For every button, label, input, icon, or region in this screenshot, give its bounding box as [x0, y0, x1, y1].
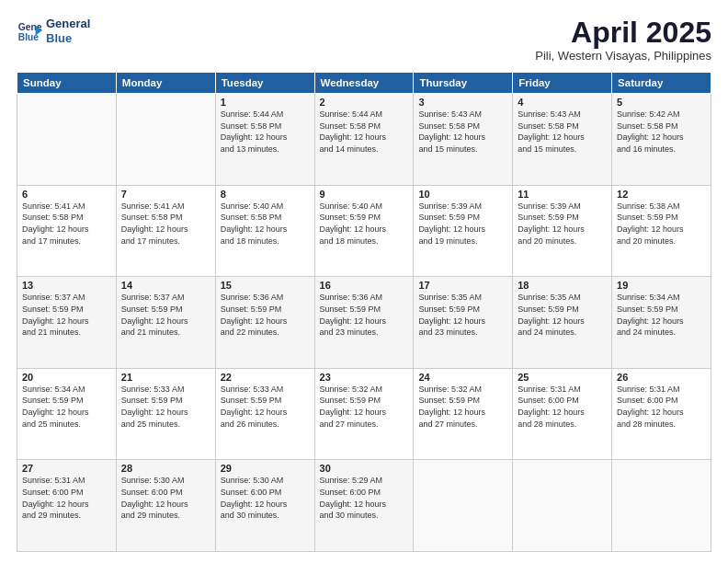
calendar-day-cell: 12Sunrise: 5:38 AM Sunset: 5:59 PM Dayli…	[612, 185, 711, 277]
day-number: 20	[22, 372, 111, 383]
weekday-header: Sunday	[17, 73, 117, 94]
day-number: 4	[518, 97, 607, 108]
day-info: Sunrise: 5:34 AM Sunset: 5:59 PM Dayligh…	[22, 384, 111, 430]
day-info: Sunrise: 5:30 AM Sunset: 6:00 PM Dayligh…	[221, 475, 310, 521]
calendar-day-cell: 10Sunrise: 5:39 AM Sunset: 5:59 PM Dayli…	[414, 185, 513, 277]
calendar-day-cell: 11Sunrise: 5:39 AM Sunset: 5:59 PM Dayli…	[513, 185, 612, 277]
day-info: Sunrise: 5:40 AM Sunset: 5:59 PM Dayligh…	[320, 201, 409, 247]
weekday-header: Friday	[513, 73, 612, 94]
calendar-day-cell: 5Sunrise: 5:42 AM Sunset: 5:58 PM Daylig…	[612, 94, 711, 186]
day-number: 9	[320, 189, 409, 200]
calendar-day-cell: 28Sunrise: 5:30 AM Sunset: 6:00 PM Dayli…	[116, 460, 215, 552]
calendar-day-cell	[513, 460, 612, 552]
day-info: Sunrise: 5:44 AM Sunset: 5:58 PM Dayligh…	[320, 109, 409, 155]
calendar-table: SundayMondayTuesdayWednesdayThursdayFrid…	[17, 72, 711, 552]
calendar-day-cell: 9Sunrise: 5:40 AM Sunset: 5:59 PM Daylig…	[314, 185, 414, 277]
calendar-day-cell: 21Sunrise: 5:33 AM Sunset: 5:59 PM Dayli…	[116, 368, 215, 460]
day-info: Sunrise: 5:31 AM Sunset: 6:00 PM Dayligh…	[518, 384, 607, 430]
weekday-header: Saturday	[612, 73, 711, 94]
day-number: 5	[617, 97, 706, 108]
day-number: 2	[320, 97, 409, 108]
calendar-week-row: 27Sunrise: 5:31 AM Sunset: 6:00 PM Dayli…	[17, 460, 711, 552]
day-info: Sunrise: 5:43 AM Sunset: 5:58 PM Dayligh…	[418, 109, 507, 155]
calendar-day-cell: 13Sunrise: 5:37 AM Sunset: 5:59 PM Dayli…	[17, 277, 117, 369]
calendar-week-row: 6Sunrise: 5:41 AM Sunset: 5:58 PM Daylig…	[17, 185, 711, 277]
day-number: 29	[221, 463, 310, 474]
day-number: 23	[320, 372, 409, 383]
calendar-page: General Blue General Blue April 2025 Pil…	[0, 0, 728, 563]
calendar-day-cell: 2Sunrise: 5:44 AM Sunset: 5:58 PM Daylig…	[314, 94, 414, 186]
calendar-body: 1Sunrise: 5:44 AM Sunset: 5:58 PM Daylig…	[17, 94, 711, 552]
calendar-day-cell: 1Sunrise: 5:44 AM Sunset: 5:58 PM Daylig…	[215, 94, 314, 186]
day-number: 13	[22, 280, 111, 291]
day-number: 8	[221, 189, 310, 200]
day-number: 30	[320, 463, 409, 474]
day-number: 15	[221, 280, 310, 291]
header: General Blue General Blue April 2025 Pil…	[17, 17, 711, 63]
calendar-day-cell: 24Sunrise: 5:32 AM Sunset: 5:59 PM Dayli…	[414, 368, 513, 460]
calendar-day-cell: 15Sunrise: 5:36 AM Sunset: 5:59 PM Dayli…	[215, 277, 314, 369]
day-info: Sunrise: 5:36 AM Sunset: 5:59 PM Dayligh…	[221, 292, 310, 338]
day-info: Sunrise: 5:35 AM Sunset: 5:59 PM Dayligh…	[418, 292, 507, 338]
calendar-week-row: 13Sunrise: 5:37 AM Sunset: 5:59 PM Dayli…	[17, 277, 711, 369]
day-info: Sunrise: 5:42 AM Sunset: 5:58 PM Dayligh…	[617, 109, 706, 155]
day-number: 26	[617, 372, 706, 383]
calendar-day-cell: 25Sunrise: 5:31 AM Sunset: 6:00 PM Dayli…	[513, 368, 612, 460]
day-number: 18	[518, 280, 607, 291]
day-info: Sunrise: 5:31 AM Sunset: 6:00 PM Dayligh…	[22, 475, 111, 521]
day-number: 6	[22, 189, 111, 200]
location: Pili, Western Visayas, Philippines	[535, 49, 711, 63]
month-title: April 2025	[535, 17, 711, 49]
day-info: Sunrise: 5:36 AM Sunset: 5:59 PM Dayligh…	[320, 292, 409, 338]
day-number: 14	[121, 280, 210, 291]
calendar-day-cell: 29Sunrise: 5:30 AM Sunset: 6:00 PM Dayli…	[215, 460, 314, 552]
day-number: 12	[617, 189, 706, 200]
day-info: Sunrise: 5:35 AM Sunset: 5:59 PM Dayligh…	[518, 292, 607, 338]
day-number: 22	[221, 372, 310, 383]
day-number: 3	[418, 97, 507, 108]
day-info: Sunrise: 5:41 AM Sunset: 5:58 PM Dayligh…	[22, 201, 111, 247]
day-number: 27	[22, 463, 111, 474]
day-info: Sunrise: 5:34 AM Sunset: 5:59 PM Dayligh…	[617, 292, 706, 338]
calendar-day-cell: 17Sunrise: 5:35 AM Sunset: 5:59 PM Dayli…	[414, 277, 513, 369]
calendar-day-cell: 30Sunrise: 5:29 AM Sunset: 6:00 PM Dayli…	[314, 460, 414, 552]
day-number: 28	[121, 463, 210, 474]
day-info: Sunrise: 5:44 AM Sunset: 5:58 PM Dayligh…	[221, 109, 310, 155]
weekday-header: Monday	[116, 73, 215, 94]
calendar-header-row: SundayMondayTuesdayWednesdayThursdayFrid…	[17, 73, 711, 94]
calendar-day-cell: 23Sunrise: 5:32 AM Sunset: 5:59 PM Dayli…	[314, 368, 414, 460]
day-number: 24	[418, 372, 507, 383]
weekday-header: Tuesday	[215, 73, 314, 94]
logo: General Blue General Blue	[17, 17, 90, 45]
day-info: Sunrise: 5:37 AM Sunset: 5:59 PM Dayligh…	[121, 292, 210, 338]
day-info: Sunrise: 5:30 AM Sunset: 6:00 PM Dayligh…	[121, 475, 210, 521]
calendar-day-cell: 3Sunrise: 5:43 AM Sunset: 5:58 PM Daylig…	[414, 94, 513, 186]
day-number: 25	[518, 372, 607, 383]
calendar-week-row: 20Sunrise: 5:34 AM Sunset: 5:59 PM Dayli…	[17, 368, 711, 460]
day-number: 16	[320, 280, 409, 291]
weekday-header: Thursday	[414, 73, 513, 94]
day-number: 21	[121, 372, 210, 383]
day-number: 17	[418, 280, 507, 291]
calendar-day-cell: 26Sunrise: 5:31 AM Sunset: 6:00 PM Dayli…	[612, 368, 711, 460]
calendar-day-cell: 8Sunrise: 5:40 AM Sunset: 5:58 PM Daylig…	[215, 185, 314, 277]
day-number: 7	[121, 189, 210, 200]
day-info: Sunrise: 5:37 AM Sunset: 5:59 PM Dayligh…	[22, 292, 111, 338]
calendar-week-row: 1Sunrise: 5:44 AM Sunset: 5:58 PM Daylig…	[17, 94, 711, 186]
day-info: Sunrise: 5:39 AM Sunset: 5:59 PM Dayligh…	[518, 201, 607, 247]
calendar-day-cell: 14Sunrise: 5:37 AM Sunset: 5:59 PM Dayli…	[116, 277, 215, 369]
calendar-day-cell	[612, 460, 711, 552]
calendar-day-cell: 6Sunrise: 5:41 AM Sunset: 5:58 PM Daylig…	[17, 185, 117, 277]
day-number: 19	[617, 280, 706, 291]
day-info: Sunrise: 5:33 AM Sunset: 5:59 PM Dayligh…	[121, 384, 210, 430]
logo-icon: General Blue	[17, 18, 42, 44]
day-info: Sunrise: 5:29 AM Sunset: 6:00 PM Dayligh…	[320, 475, 409, 521]
day-info: Sunrise: 5:40 AM Sunset: 5:58 PM Dayligh…	[221, 201, 310, 247]
calendar-day-cell: 20Sunrise: 5:34 AM Sunset: 5:59 PM Dayli…	[17, 368, 117, 460]
day-info: Sunrise: 5:38 AM Sunset: 5:59 PM Dayligh…	[617, 201, 706, 247]
day-info: Sunrise: 5:32 AM Sunset: 5:59 PM Dayligh…	[418, 384, 507, 430]
day-info: Sunrise: 5:33 AM Sunset: 5:59 PM Dayligh…	[221, 384, 310, 430]
logo-text-blue: Blue	[46, 31, 90, 46]
calendar-day-cell: 7Sunrise: 5:41 AM Sunset: 5:58 PM Daylig…	[116, 185, 215, 277]
calendar-day-cell: 19Sunrise: 5:34 AM Sunset: 5:59 PM Dayli…	[612, 277, 711, 369]
